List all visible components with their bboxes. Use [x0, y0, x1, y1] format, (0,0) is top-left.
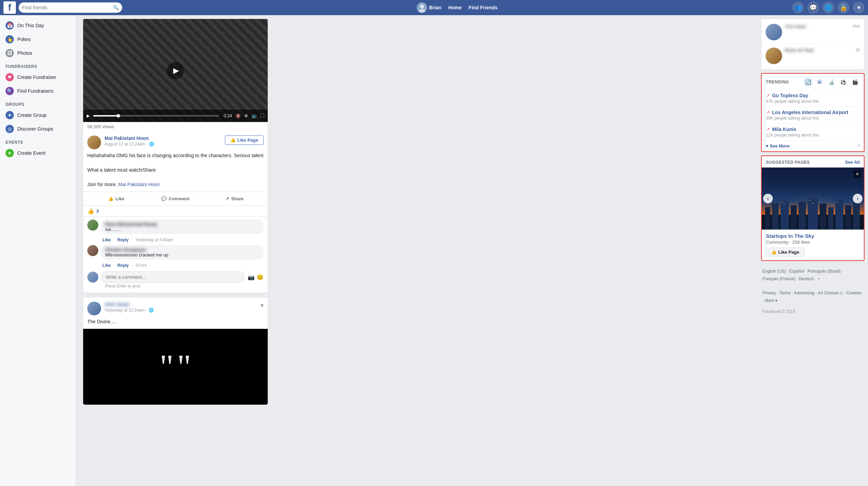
footer-ad-choices[interactable]: Ad Choices ▷ — [818, 291, 843, 295]
footer-lang-english[interactable]: English (US) — [762, 269, 786, 274]
like-page-button-suggested[interactable]: 👍 Like Page — [766, 247, 805, 257]
post1-reactions: 👍 3 — [83, 205, 268, 216]
sidebar-item-create-fundraiser[interactable]: ❤ Create Fundraiser — [0, 70, 76, 84]
comment1-reply[interactable]: Reply — [117, 237, 129, 242]
like-button[interactable]: 👍 Like — [87, 193, 145, 204]
comment-input[interactable] — [101, 271, 245, 283]
footer-privacy[interactable]: Privacy — [762, 291, 776, 295]
trending-name-1[interactable]: Go Topless Day — [772, 93, 808, 98]
add-language-button[interactable]: + — [815, 275, 823, 282]
share-button[interactable]: ↗ Share — [206, 193, 264, 204]
footer-lang-deutsch[interactable]: Deutsch — [799, 276, 814, 281]
topbar: Facebook f 🔍 Brian Home Find Friends 👥 💬… — [0, 0, 868, 15]
post1-join-link[interactable]: Mai Pakistani Hoon — [118, 182, 160, 187]
svg-rect-15 — [781, 202, 782, 202]
facebook-logo[interactable]: Facebook f — [3, 1, 16, 14]
trending-entertainment-icon[interactable]: 🎬 — [850, 77, 860, 87]
comment2-reply[interactable]: Reply — [117, 263, 129, 268]
post2-author-name[interactable]: Amir Awan — [105, 302, 129, 307]
comment-button[interactable]: 💬 Comment — [147, 193, 205, 204]
trending-question-icon[interactable]: ? — [857, 143, 860, 149]
sidebar-label-find-fundraisers: Find Fundraisers — [17, 88, 53, 94]
trending-item-1[interactable]: ↗ Go Topless Day 47K people talking abou… — [762, 90, 864, 107]
search-bar[interactable]: 🔍 — [19, 2, 122, 13]
layout: 📅 On This Day 👆 Pokes 🖼 Photos FUNDRAISE… — [0, 15, 868, 486]
notif-1[interactable]: Amir Awan 14m — [761, 20, 864, 44]
dropdown-icon[interactable]: ▾ — [853, 2, 865, 13]
footer-lang-espanol[interactable]: Español — [789, 269, 804, 274]
post2-video[interactable]: " " — [83, 329, 268, 405]
footer-lang-french[interactable]: Français (France) — [762, 276, 795, 281]
post1-author-meta: August 12 at 11:24am · 🌐 — [105, 142, 154, 146]
press-enter-hint: Press Enter to post. — [87, 283, 264, 290]
notif2-name: Bryan de Raat — [785, 48, 813, 53]
post1-avatar — [87, 135, 101, 149]
groups-header: GROUPS — [0, 98, 76, 108]
trending-science-icon[interactable]: 🔬 — [827, 77, 836, 87]
post2-avatar — [87, 302, 101, 315]
trending-sub-1: 47K people talking about this — [766, 99, 860, 104]
search-icon: 🔍 — [113, 5, 119, 10]
notifications-icon[interactable]: 🌐 — [822, 2, 834, 13]
home-link[interactable]: Home — [448, 5, 462, 10]
trending-name-2[interactable]: Los Angeles International Airport — [772, 110, 848, 115]
post2-dropdown-icon[interactable]: ▾ — [260, 302, 264, 309]
footer-links: English (US) · Español · Português (Bras… — [761, 264, 865, 286]
play-icon[interactable]: ▶ — [87, 113, 90, 118]
fullscreen-icon[interactable]: ⛶ — [260, 113, 264, 118]
topbar-user[interactable]: Brian — [417, 2, 442, 13]
create-fundraiser-icon: ❤ — [6, 73, 14, 81]
post1-author-name[interactable]: Mai Pakistani Hoon — [105, 135, 149, 141]
cast-icon[interactable]: 📺 — [251, 113, 257, 118]
footer-more[interactable]: More ▾ — [765, 298, 778, 303]
find-friends-link[interactable]: Find Friends — [468, 5, 497, 10]
notif1-avatar — [766, 24, 782, 40]
trending-name-3[interactable]: Mila Kunis — [772, 126, 796, 132]
settings-icon[interactable]: 🔒 — [838, 2, 849, 13]
on-this-day-icon: 📅 — [6, 21, 14, 30]
friends-requests-icon[interactable]: 👥 — [792, 2, 804, 13]
trending-item-3[interactable]: ↗ Mila Kunis 11K people talking about th… — [762, 123, 864, 140]
footer-cookies[interactable]: Cookies — [847, 291, 861, 295]
footer-lang-portuguese[interactable]: Português (Brasil) — [808, 269, 841, 274]
suggested-page-name: Startups In The Sky — [766, 233, 860, 239]
sidebar-item-create-group[interactable]: + Create Group — [0, 108, 76, 122]
mute-icon[interactable]: 🔇 — [236, 113, 241, 118]
suggested-close-icon[interactable]: ✕ — [854, 170, 861, 178]
notif1-name: Amir Awan — [785, 24, 806, 29]
footer-advertising[interactable]: Advertising — [794, 291, 814, 295]
sidebar-item-discover-groups[interactable]: ◎ Discover Groups — [0, 122, 76, 136]
notif1-time: 14m — [852, 24, 860, 29]
trend-arrow-1: ↗ — [766, 93, 770, 98]
sidebar-item-on-this-day[interactable]: 📅 On This Day — [0, 19, 76, 32]
trending-all-icon[interactable]: 🔄 — [803, 77, 813, 87]
footer-copyright: Facebook © 2016 — [761, 308, 865, 315]
sidebar-item-photos[interactable]: 🖼 Photos — [0, 46, 76, 60]
comment1-body: Rana Muhammad Razaq ice........ — [101, 220, 264, 234]
sidebar-item-pokes[interactable]: 👆 Pokes — [0, 32, 76, 46]
comment-1: Rana Muhammad Razaq ice........ — [87, 220, 264, 234]
comment2-time: 23 hrs — [135, 263, 147, 268]
sidebar-label-create-fundraiser: Create Fundraiser — [17, 74, 56, 80]
settings-icon[interactable]: ⚙ — [244, 113, 248, 118]
sidebar-item-find-fundraisers[interactable]: 🔍 Find Fundraisers — [0, 84, 76, 98]
search-input[interactable] — [22, 5, 113, 10]
messages-icon[interactable]: 💬 — [807, 2, 819, 13]
comment1-like[interactable]: Like — [102, 237, 111, 242]
trending-item-2[interactable]: ↗ Los Angeles International Airport 39K … — [762, 107, 864, 123]
trending-see-more-link[interactable]: ▾ See More — [766, 143, 790, 149]
trending-sports-icon[interactable]: ⚽ — [838, 77, 848, 87]
sidebar-item-create-event[interactable]: + Create Event — [0, 146, 76, 160]
trending-building-icon[interactable]: 🏛 — [815, 77, 825, 87]
footer-terms[interactable]: Terms — [779, 291, 791, 295]
camera-icon[interactable]: 📷 — [248, 274, 255, 281]
post-2: Amir Awan Yesterday at 12:34am · 🌐 ▾ The… — [83, 297, 268, 405]
suggested-next-icon[interactable]: › — [853, 194, 862, 203]
suggested-see-all[interactable]: See All — [845, 160, 860, 165]
notif-2[interactable]: Bryan de Raat 1h — [761, 44, 864, 68]
emoji-icon[interactable]: 😊 — [257, 274, 264, 281]
suggested-prev-icon[interactable]: ‹ — [763, 194, 773, 203]
post1-video[interactable]: ▶ ▶ -2:24 🔇 ⚙ 📺 ⛶ — [83, 19, 268, 122]
comment2-like[interactable]: Like — [102, 263, 111, 268]
like-page-button-1[interactable]: 👍 Like Page — [225, 135, 264, 145]
